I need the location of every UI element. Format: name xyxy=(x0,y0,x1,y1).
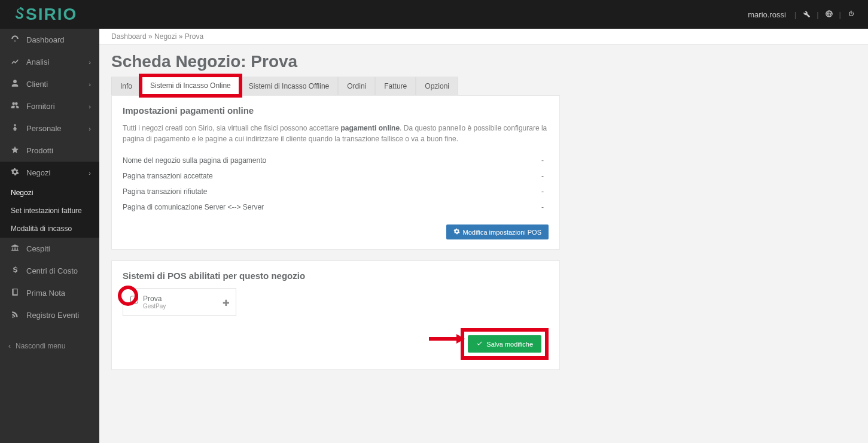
page-title: Scheda Negozio: Prova xyxy=(99,45,572,76)
gear-icon xyxy=(453,228,460,236)
divider: | xyxy=(839,10,841,19)
annotation-box: Salva modifiche xyxy=(461,328,549,360)
help-bold: pagamenti online xyxy=(340,124,400,132)
sidebar-item-centri-di-costo[interactable]: Centri di Costo xyxy=(0,260,99,282)
tab-sistemi-di-incasso-online[interactable]: Sistemi di Incasso Online xyxy=(141,76,240,95)
setting-key: Nome del negozio sulla pagina di pagamen… xyxy=(123,156,537,165)
rss-icon xyxy=(8,310,22,320)
setting-value: - xyxy=(537,156,549,165)
tab-info[interactable]: Info xyxy=(111,77,141,95)
pos-card[interactable]: Prova GestPay ✚ xyxy=(123,288,236,316)
username[interactable]: mario.rossi xyxy=(748,10,786,19)
svg-marker-1 xyxy=(456,334,465,344)
breadcrumb[interactable]: Dashboard » Negozi » Prova xyxy=(99,29,868,45)
hide-menu-label: Nascondi menu xyxy=(16,342,65,350)
modify-pos-button[interactable]: Modifica impostazioni POS xyxy=(446,224,549,239)
setting-key: Pagina di comunicazione Server <--> Serv… xyxy=(123,203,537,211)
logo-text: SIRIO xyxy=(26,5,77,24)
chevron-right-icon: › xyxy=(89,169,91,177)
tab-opzioni[interactable]: Opzioni xyxy=(416,77,458,95)
sidebar-item-label: Personale xyxy=(26,124,89,133)
chevron-right-icon: › xyxy=(89,81,91,88)
setting-row: Pagina transazioni rifiutate- xyxy=(123,184,549,199)
power-icon[interactable] xyxy=(843,10,859,20)
divider: | xyxy=(794,10,796,19)
sidebar-item-label: Prodotti xyxy=(26,146,91,155)
sidebar-item-label: Registro Eventi xyxy=(26,311,91,320)
sidebar-subitem[interactable]: Negozi xyxy=(0,184,99,202)
pos-name: Prova xyxy=(143,295,166,303)
sidebar-item-cespiti[interactable]: Cespiti xyxy=(0,238,99,260)
sidebar-item-dashboard[interactable]: Dashboard xyxy=(0,29,99,51)
sidebar-item-label: Analisi xyxy=(26,57,89,66)
setting-row: Pagina transazioni accettate- xyxy=(123,168,549,184)
analytics-icon xyxy=(8,57,22,67)
wrench-icon[interactable] xyxy=(799,10,814,20)
sidebar-subitem[interactable]: Set intestazioni fatture xyxy=(0,202,99,220)
users-icon xyxy=(8,101,22,111)
panel-help: Tutti i negozi creati con Sirio, sia vir… xyxy=(123,123,549,144)
chevron-right-icon: › xyxy=(89,59,91,66)
sidebar-item-registro-eventi[interactable]: Registro Eventi xyxy=(0,304,99,326)
tab-fatture[interactable]: Fatture xyxy=(375,77,416,95)
tab-ordini[interactable]: Ordini xyxy=(338,77,375,95)
setting-row: Nome del negozio sulla pagina di pagamen… xyxy=(123,153,549,168)
button-label: Modifica impostazioni POS xyxy=(463,229,541,236)
star-icon xyxy=(8,145,22,156)
sidebar-item-label: Prima Nota xyxy=(26,289,91,298)
hide-menu[interactable]: ‹Nascondi menu xyxy=(0,333,99,359)
chevron-right-icon: › xyxy=(89,125,91,132)
setting-value: - xyxy=(537,187,549,196)
sidebar-item-label: Cespiti xyxy=(26,244,91,253)
check-icon xyxy=(476,340,483,348)
dollar-icon xyxy=(8,266,22,276)
panel-pos-enabled: Sistemi di POS abilitati per questo nego… xyxy=(111,260,560,370)
sidebar: DashboardAnalisi›Clienti›Fornitori›Perso… xyxy=(0,29,99,443)
sidebar-item-personale[interactable]: Personale› xyxy=(0,117,99,139)
sidebar-item-fornitori[interactable]: Fornitori› xyxy=(0,95,99,117)
user-icon xyxy=(8,79,22,89)
topbar: SIRIO mario.rossi | | | xyxy=(0,0,868,29)
expand-icon[interactable]: ✚ xyxy=(223,298,230,308)
annotation-arrow xyxy=(429,333,465,345)
book-icon xyxy=(8,288,22,298)
setting-row: Pagina di comunicazione Server <--> Serv… xyxy=(123,199,549,215)
setting-value: - xyxy=(537,203,549,211)
divider: | xyxy=(817,10,818,19)
dashboard-icon xyxy=(8,35,22,45)
panel-title: Impostazioni pagamenti online xyxy=(123,105,549,116)
sidebar-item-label: Fornitori xyxy=(26,102,89,111)
gear-icon xyxy=(8,168,22,178)
tabs: InfoSistemi di Incasso OnlineSistemi di … xyxy=(99,76,572,95)
tab-sistemi-di-incasso-offline[interactable]: Sistemi di Incasso Offline xyxy=(240,77,339,95)
sidebar-subitem[interactable]: Modalità di incasso xyxy=(0,220,99,238)
sidebar-item-analisi[interactable]: Analisi› xyxy=(0,51,99,73)
globe-icon[interactable] xyxy=(821,10,837,20)
button-label: Salva modifiche xyxy=(486,341,533,348)
sidebar-item-prima-nota[interactable]: Prima Nota xyxy=(0,282,99,304)
pos-type: GestPay xyxy=(143,303,166,310)
panel-title: Sistemi di POS abilitati per questo nego… xyxy=(123,271,549,281)
sidebar-item-prodotti[interactable]: Prodotti xyxy=(0,139,99,162)
logo: SIRIO xyxy=(9,5,77,24)
top-right: mario.rossi | | | xyxy=(748,10,859,20)
pos-checkbox[interactable] xyxy=(130,296,138,304)
sidebar-item-negozi[interactable]: Negozi› xyxy=(0,162,99,184)
setting-key: Pagina transazioni accettate xyxy=(123,172,537,180)
sidebar-item-label: Negozi xyxy=(26,168,89,177)
bank-icon xyxy=(8,244,22,254)
chevron-right-icon: › xyxy=(89,103,91,110)
sidebar-item-clienti[interactable]: Clienti› xyxy=(0,73,99,95)
main-content: Dashboard » Negozi » Prova Scheda Negozi… xyxy=(99,29,868,443)
person-icon xyxy=(8,123,22,133)
help-pre: Tutti i negozi creati con Sirio, sia vir… xyxy=(123,124,340,132)
save-button[interactable]: Salva modifiche xyxy=(468,335,541,353)
logo-snake-icon xyxy=(9,7,25,22)
sidebar-item-label: Centri di Costo xyxy=(26,266,91,275)
panel-online-settings: Impostazioni pagamenti online Tutti i ne… xyxy=(111,95,560,250)
sidebar-item-label: Dashboard xyxy=(26,35,91,44)
chevron-left-icon: ‹ xyxy=(8,342,11,350)
setting-value: - xyxy=(537,172,549,180)
setting-key: Pagina transazioni rifiutate xyxy=(123,187,537,196)
sidebar-item-label: Clienti xyxy=(26,80,89,89)
